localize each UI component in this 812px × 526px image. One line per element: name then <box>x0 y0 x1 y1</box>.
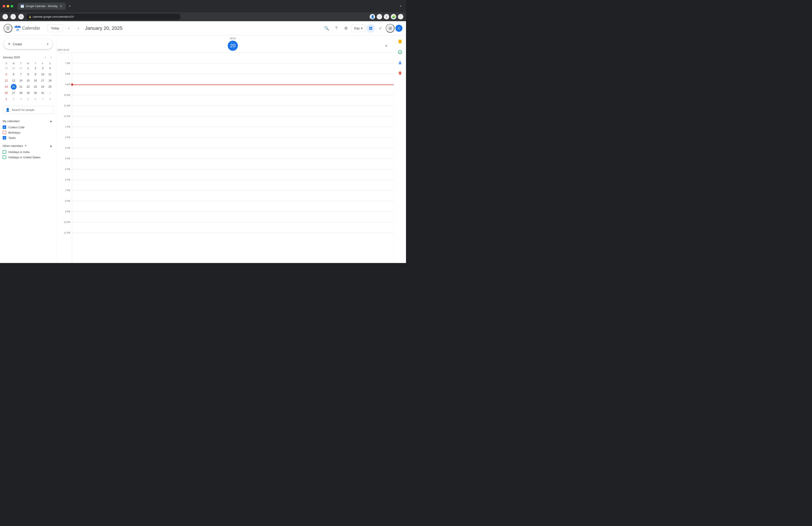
maps-icon[interactable] <box>396 69 404 78</box>
time-row[interactable] <box>72 180 394 190</box>
other-calendars-header[interactable]: Other calendars + ▲ <box>3 142 54 149</box>
menu-icon[interactable]: ⋮ <box>397 14 404 20</box>
mini-cal-day-27[interactable]: 27 <box>11 90 17 96</box>
star-icon[interactable]: ☆ <box>376 14 382 20</box>
time-row[interactable] <box>72 74 394 85</box>
time-row[interactable] <box>72 85 394 95</box>
search-button[interactable]: 🔍 <box>322 24 331 33</box>
mini-cal-day-6[interactable]: 6 <box>11 72 17 77</box>
mini-cal-day-17[interactable]: 17 <box>40 78 46 84</box>
new-tab-button[interactable]: + <box>67 3 73 9</box>
calendar-checkbox[interactable] <box>3 125 6 129</box>
mini-cal-day-4[interactable]: 4 <box>47 65 53 71</box>
back-button[interactable]: ‹ <box>2 14 9 20</box>
profile-icon[interactable]: 👤 <box>369 14 376 20</box>
time-row[interactable] <box>72 63 394 74</box>
extensions-icon[interactable]: 🧩 <box>391 14 397 20</box>
mini-cal-day-14[interactable]: 14 <box>18 78 24 84</box>
mini-cal-day-6[interactable]: 6 <box>33 96 39 102</box>
tab-close-icon[interactable]: ✕ <box>60 4 62 8</box>
mini-cal-day-10[interactable]: 10 <box>40 72 46 77</box>
mini-cal-day-5[interactable]: 5 <box>3 72 9 77</box>
add-event-button[interactable]: + <box>382 42 390 50</box>
today-button[interactable]: Today <box>47 25 63 32</box>
day-number[interactable]: 20 <box>228 41 238 51</box>
mini-cal-day-28[interactable]: 28 <box>18 90 24 96</box>
my-calendar-item[interactable]: Tasks <box>3 135 54 140</box>
calendar-checkbox[interactable] <box>3 136 6 140</box>
forward-button[interactable]: › <box>10 14 16 20</box>
settings-button[interactable]: ⚙ <box>342 24 350 33</box>
calendar-checkbox[interactable] <box>3 155 6 159</box>
time-row[interactable] <box>72 190 394 201</box>
keep-icon[interactable] <box>396 37 404 46</box>
mini-cal-day-16[interactable]: 16 <box>33 78 39 84</box>
time-row[interactable] <box>72 116 394 127</box>
other-calendar-item[interactable]: Holidays in India <box>3 149 54 155</box>
calendar-checkbox[interactable] <box>3 131 6 134</box>
mini-cal-day-25[interactable]: 25 <box>47 84 53 90</box>
mini-cal-next-button[interactable]: › <box>48 55 54 60</box>
mini-cal-day-20[interactable]: 20 <box>11 84 17 90</box>
mini-cal-day-23[interactable]: 23 <box>33 84 39 90</box>
tab-dropdown-icon[interactable]: ▾ <box>398 3 403 9</box>
time-row[interactable] <box>72 106 394 116</box>
time-row[interactable] <box>72 201 394 212</box>
my-calendars-header[interactable]: My calendars ▲ <box>3 117 54 125</box>
mini-cal-day-2[interactable]: 2 <box>3 96 9 102</box>
view-selector[interactable]: Day ▾ <box>351 25 365 32</box>
close-button[interactable] <box>3 5 5 8</box>
help-button[interactable]: ? <box>332 24 341 33</box>
mini-cal-day-11[interactable]: 11 <box>47 72 53 77</box>
search-people-input[interactable]: 👤 Search for people <box>3 106 54 114</box>
time-row[interactable] <box>72 95 394 106</box>
time-row[interactable] <box>72 159 394 169</box>
mini-cal-day-13[interactable]: 13 <box>11 78 17 84</box>
mini-cal-day-1[interactable]: 1 <box>25 65 31 71</box>
mini-cal-day-1[interactable]: 1 <box>47 90 53 96</box>
calendar-view-icon[interactable] <box>366 24 375 33</box>
time-grid-container[interactable]: 7 AM8 AM9 AM10 AM11 AM12 PM1 PM2 PM3 PM4… <box>57 53 394 263</box>
check-icon[interactable]: ✓ <box>376 24 385 33</box>
mini-cal-day-3[interactable]: 3 <box>40 65 46 71</box>
mini-cal-day-21[interactable]: 21 <box>18 84 24 90</box>
contacts-icon[interactable] <box>396 58 404 67</box>
mini-cal-day-31[interactable]: 31 <box>18 65 24 71</box>
mini-cal-day-5[interactable]: 5 <box>25 96 31 102</box>
time-row[interactable] <box>72 53 394 63</box>
mini-cal-day-29[interactable]: 29 <box>3 65 9 71</box>
url-bar[interactable]: 🔒 calendar.google.com/calendar/u/2/r <box>26 14 180 20</box>
mini-cal-prev-button[interactable]: ‹ <box>43 55 48 60</box>
mini-cal-day-8[interactable]: 8 <box>25 72 31 77</box>
mini-cal-day-7[interactable]: 7 <box>40 96 46 102</box>
next-period-button[interactable]: › <box>74 24 82 32</box>
mini-cal-day-30[interactable]: 30 <box>11 65 17 71</box>
apps-grid-button[interactable]: ⊞ <box>386 24 394 33</box>
time-row[interactable] <box>72 148 394 159</box>
mini-cal-day-3[interactable]: 3 <box>11 96 17 102</box>
time-row[interactable] <box>72 169 394 180</box>
mini-cal-day-29[interactable]: 29 <box>25 90 31 96</box>
mini-cal-day-7[interactable]: 7 <box>18 72 24 77</box>
add-other-calendar-button[interactable]: + <box>23 143 28 148</box>
time-row[interactable] <box>72 127 394 138</box>
mini-cal-day-19[interactable]: 19 <box>3 84 9 90</box>
user-avatar[interactable]: C <box>395 25 403 32</box>
mini-cal-day-2[interactable]: 2 <box>33 65 39 71</box>
mini-cal-day-4[interactable]: 4 <box>18 96 24 102</box>
my-calendar-item[interactable]: Coders Cafe <box>3 125 54 130</box>
tasks-check-icon[interactable] <box>396 48 404 57</box>
other-calendar-item[interactable]: Holidays in United States <box>3 155 54 160</box>
mini-cal-day-18[interactable]: 18 <box>47 78 53 84</box>
mini-cal-day-9[interactable]: 9 <box>33 72 39 77</box>
time-row[interactable] <box>72 222 394 233</box>
minimize-button[interactable] <box>6 5 9 8</box>
download-icon[interactable]: ⬇ <box>383 14 390 20</box>
my-calendar-item[interactable]: Birthdays <box>3 130 54 135</box>
mini-cal-day-12[interactable]: 12 <box>3 78 9 84</box>
time-row[interactable] <box>72 138 394 148</box>
mini-cal-day-30[interactable]: 30 <box>33 90 39 96</box>
create-button[interactable]: + Create ▾ <box>3 39 53 49</box>
time-row[interactable] <box>72 212 394 222</box>
hamburger-menu-button[interactable]: ☰ <box>3 24 12 33</box>
